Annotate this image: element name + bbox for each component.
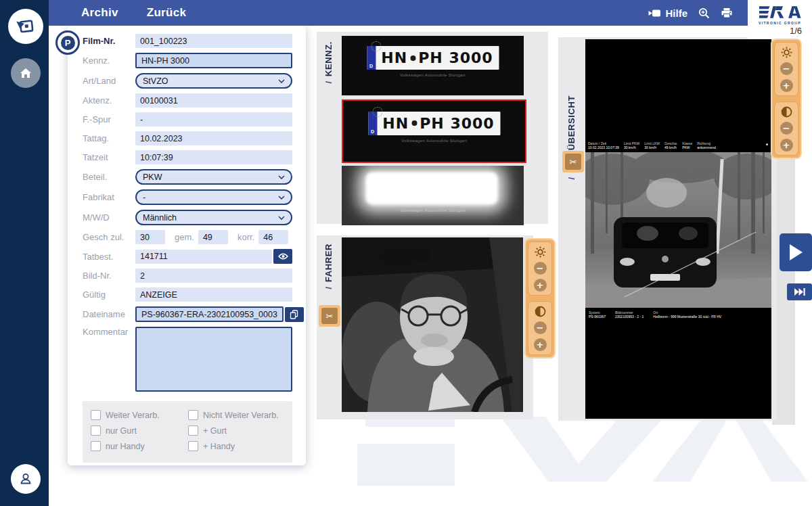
contrast-plus-button[interactable]: + (780, 139, 793, 152)
play-icon (788, 244, 803, 261)
help-button[interactable]: Hilfe (648, 7, 687, 19)
user-button[interactable] (11, 464, 41, 494)
art-land-select[interactable]: StVZO (135, 73, 292, 89)
field-label: Art/Land (83, 76, 135, 86)
chevron-down-icon (278, 216, 285, 220)
brightness-plus-button[interactable]: + (780, 79, 793, 92)
skip-to-end-button[interactable] (787, 283, 812, 300)
bild-nr-input[interactable]: 2 (135, 269, 292, 283)
checkbox-label: Weiter Verarb. (106, 411, 160, 420)
dateiname-input[interactable]: PS-960367-ERA-2302100953_0003 (135, 306, 284, 322)
field-label: Kennz. (83, 55, 135, 66)
geschw-gemessen-input[interactable]: 49 (198, 230, 228, 244)
checkbox-label: Nicht Weiter Verarb. (203, 411, 279, 420)
brightness-group: − + (528, 242, 552, 296)
printer-icon (721, 7, 733, 18)
overview-image-controls: − + − + (771, 39, 802, 159)
checkbox-nicht-weiter-verarb[interactable]: Nicht Weiter Verarb. (188, 410, 286, 420)
brand-subtitle: VITRONIC GROUP (759, 21, 801, 25)
driver-photo[interactable] (342, 237, 523, 412)
speed-row: 30 gem. 49 korr. 46 (135, 230, 292, 244)
brightness-plus-button[interactable]: + (534, 279, 547, 292)
plate-caption: Volkswagen Automobile Stuttgart (342, 208, 524, 212)
status-dot (766, 143, 768, 145)
plate-badge-icon (411, 120, 417, 126)
kennz-panel: / KENNZ. D HNPH 3000 Volkswagen Automobi… (317, 32, 548, 224)
overview-photo[interactable]: Datum / Zeit10.02.2023 10:07:39 Limit PK… (585, 39, 771, 419)
zoom-button[interactable] (698, 7, 710, 19)
checkbox-label: nur Gurt (106, 426, 137, 436)
badge-letter: P (61, 36, 75, 50)
field-label: Tatbest. (83, 252, 135, 262)
home-button[interactable] (11, 58, 41, 88)
kommentar-textarea[interactable] (135, 327, 292, 392)
main-menu: Archiv Zurück (81, 6, 186, 20)
copy-filename-button[interactable] (285, 307, 304, 322)
fabrikat-select[interactable]: - (135, 189, 292, 205)
geschlecht-select[interactable]: Männlich (135, 210, 292, 225)
film-nr-input[interactable]: 001_100223 (135, 34, 292, 48)
contrast-plus-button[interactable]: + (534, 338, 547, 351)
eye-icon (278, 253, 288, 260)
telemetry-overlay: Datum / Zeit10.02.2023 10:07:39 Limit PK… (588, 141, 716, 150)
plate-image-2-selected[interactable]: D HNPH 3000 Volkswagen Automobile Stuttg… (342, 99, 526, 163)
contrast-minus-button[interactable]: − (780, 122, 793, 135)
checkbox-box (91, 441, 101, 451)
brightness-group: − + (774, 42, 798, 96)
menu-item-archiv[interactable]: Archiv (81, 6, 118, 20)
era-watermark (338, 411, 812, 489)
poliscan-badge: P (55, 30, 80, 55)
tatbestand-input[interactable]: 141711 (135, 250, 272, 264)
plate-image-3-overexposed[interactable]: Volkswagen Automobile Stuttgart (342, 166, 524, 225)
plate-seal-icon (371, 41, 381, 51)
view-tatbestand-button[interactable] (273, 249, 292, 264)
aktenzeichen-input[interactable]: 00100031 (135, 93, 292, 108)
select-value: PKW (143, 172, 162, 182)
user-icon (18, 472, 33, 486)
select-value: StVZO (143, 76, 168, 86)
checkbox-plus-handy[interactable]: + Handy (188, 441, 286, 451)
checkbox-box (188, 426, 198, 436)
topbar: Archiv Zurück Hilfe (49, 0, 748, 26)
field-label: Fabrikat (83, 192, 135, 202)
brightness-minus-button[interactable]: − (534, 262, 547, 275)
menu-item-zurueck[interactable]: Zurück (147, 6, 186, 20)
kennz-panel-label: / KENNZ. (323, 41, 334, 83)
skip-forward-icon (794, 288, 805, 296)
app-logo[interactable] (8, 9, 43, 44)
crop-overview-button[interactable]: ✂ (562, 151, 584, 172)
contrast-icon (781, 106, 792, 118)
checkbox-nur-handy[interactable]: nur Handy (91, 441, 188, 451)
driver-image-controls: − + − + (524, 238, 556, 359)
checkbox-nur-gurt[interactable]: nur Gurt (91, 426, 188, 436)
contrast-minus-button[interactable]: − (534, 321, 547, 334)
dateiname-row: PS-960367-ERA-2302100953_0003 (135, 306, 304, 322)
geschw-korrigiert-input[interactable]: 46 (258, 230, 288, 244)
korr-label: korr. (238, 232, 254, 242)
next-case-button[interactable] (780, 233, 812, 271)
license-plate: D HNPH 3000 (367, 110, 501, 137)
plate-image-1[interactable]: D HNPH 3000 Volkswagen Automobile Stuttg… (342, 36, 524, 95)
kennzeichen-input[interactable]: HN-PH 3000 (135, 53, 292, 68)
geschw-zulaessig-input[interactable]: 30 (135, 230, 165, 244)
checkbox-box (188, 410, 198, 420)
fahrspur-input[interactable]: - (135, 112, 292, 127)
field-label: Film-Nr. (83, 36, 135, 46)
print-button[interactable] (721, 7, 733, 18)
crop-driver-button[interactable]: ✂ (319, 305, 340, 327)
checkbox-box (188, 441, 198, 451)
select-value: Männlich (143, 213, 177, 223)
tattag-input[interactable]: 10.02.2023 (135, 131, 292, 145)
brightness-minus-button[interactable]: − (780, 62, 793, 75)
tatzeit-input[interactable]: 10:07:39 (135, 150, 292, 164)
sidebar (0, 0, 49, 506)
field-label: Bild-Nr. (83, 271, 135, 281)
overview-top-band: Datum / Zeit10.02.2023 10:07:39 Limit PK… (585, 39, 771, 152)
beteiligter-select[interactable]: PKW (135, 169, 292, 185)
checkbox-box (91, 410, 101, 420)
case-form-card: P Film-Nr. 001_100223 Kennz. HN-PH 3000 … (68, 26, 306, 465)
checkbox-weiter-verarb[interactable]: Weiter Verarb. (91, 410, 188, 420)
checkbox-plus-gurt[interactable]: + Gurt (188, 426, 286, 436)
gueltig-input[interactable]: ANZEIGE (135, 288, 292, 302)
checkbox-label: nur Handy (106, 442, 145, 451)
